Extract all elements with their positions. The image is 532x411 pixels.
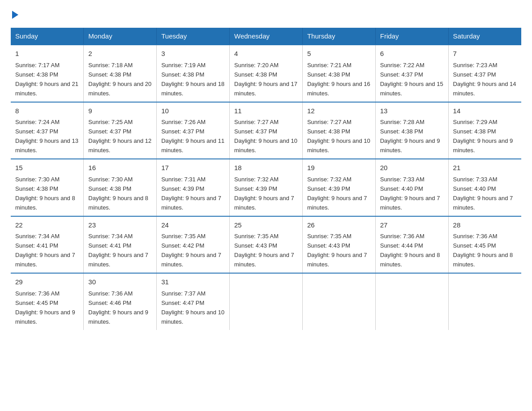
day-number: 1 [15,49,79,59]
day-number: 30 [88,277,152,287]
day-number: 21 [453,163,517,173]
calendar-cell: 10Sunrise: 7:26 AMSunset: 4:37 PMDayligh… [157,102,230,159]
day-number: 10 [161,106,225,116]
day-number: 25 [234,220,298,231]
calendar-cell: 30Sunrise: 7:36 AMSunset: 4:46 PMDayligh… [84,273,157,330]
day-info: Sunrise: 7:28 AMSunset: 4:38 PMDaylight:… [380,119,440,154]
week-row-5: 29Sunrise: 7:36 AMSunset: 4:45 PMDayligh… [11,273,521,330]
day-info: Sunrise: 7:27 AMSunset: 4:37 PMDaylight:… [234,119,297,154]
day-info: Sunrise: 7:29 AMSunset: 4:38 PMDaylight:… [453,119,513,154]
calendar-cell [375,273,448,330]
day-info: Sunrise: 7:32 AMSunset: 4:39 PMDaylight:… [307,176,367,211]
calendar-cell: 4Sunrise: 7:20 AMSunset: 4:38 PMDaylight… [230,45,303,102]
calendar-cell [230,273,303,330]
calendar-cell: 24Sunrise: 7:35 AMSunset: 4:42 PMDayligh… [157,216,230,274]
day-info: Sunrise: 7:32 AMSunset: 4:39 PMDaylight:… [234,176,294,211]
day-info: Sunrise: 7:30 AMSunset: 4:38 PMDaylight:… [15,176,75,211]
calendar-cell: 9Sunrise: 7:25 AMSunset: 4:37 PMDaylight… [84,102,157,159]
day-number: 18 [234,163,298,173]
day-info: Sunrise: 7:37 AMSunset: 4:47 PMDaylight:… [161,290,224,325]
day-number: 13 [380,106,444,116]
day-info: Sunrise: 7:24 AMSunset: 4:37 PMDaylight:… [15,119,78,154]
day-header-wednesday: Wednesday [230,28,303,45]
week-row-4: 22Sunrise: 7:34 AMSunset: 4:41 PMDayligh… [11,216,521,274]
calendar-cell: 25Sunrise: 7:35 AMSunset: 4:43 PMDayligh… [230,216,303,274]
day-info: Sunrise: 7:34 AMSunset: 4:41 PMDaylight:… [15,233,75,268]
calendar-cell [448,273,521,330]
day-number: 12 [307,106,371,116]
day-number: 28 [453,220,517,231]
calendar-cell: 11Sunrise: 7:27 AMSunset: 4:37 PMDayligh… [230,102,303,159]
day-info: Sunrise: 7:18 AMSunset: 4:38 PMDaylight:… [88,62,151,97]
calendar-header-row: SundayMondayTuesdayWednesdayThursdayFrid… [11,28,521,45]
day-header-sunday: Sunday [11,28,84,45]
day-number: 14 [453,106,517,116]
calendar-cell: 31Sunrise: 7:37 AMSunset: 4:47 PMDayligh… [157,273,230,330]
day-info: Sunrise: 7:21 AMSunset: 4:38 PMDaylight:… [307,62,370,97]
calendar-cell: 6Sunrise: 7:22 AMSunset: 4:37 PMDaylight… [375,45,448,102]
day-info: Sunrise: 7:36 AMSunset: 4:45 PMDaylight:… [453,233,513,268]
day-number: 4 [234,49,298,59]
day-info: Sunrise: 7:35 AMSunset: 4:43 PMDaylight:… [307,233,367,268]
calendar-cell: 5Sunrise: 7:21 AMSunset: 4:38 PMDaylight… [302,45,375,102]
day-header-monday: Monday [84,28,157,45]
calendar-cell: 22Sunrise: 7:34 AMSunset: 4:41 PMDayligh… [11,216,84,274]
calendar-table: SundayMondayTuesdayWednesdayThursdayFrid… [11,28,521,330]
day-info: Sunrise: 7:25 AMSunset: 4:37 PMDaylight:… [88,119,151,154]
day-number: 31 [161,277,225,287]
week-row-1: 1Sunrise: 7:17 AMSunset: 4:38 PMDaylight… [11,45,521,102]
calendar-cell: 17Sunrise: 7:31 AMSunset: 4:39 PMDayligh… [157,159,230,216]
day-number: 27 [380,220,444,231]
calendar-cell: 3Sunrise: 7:19 AMSunset: 4:38 PMDaylight… [157,45,230,102]
calendar-cell: 1Sunrise: 7:17 AMSunset: 4:38 PMDaylight… [11,45,84,102]
calendar-cell: 23Sunrise: 7:34 AMSunset: 4:41 PMDayligh… [84,216,157,274]
day-info: Sunrise: 7:35 AMSunset: 4:43 PMDaylight:… [234,233,294,268]
day-number: 2 [88,49,152,59]
calendar-cell: 13Sunrise: 7:28 AMSunset: 4:38 PMDayligh… [375,102,448,159]
calendar-cell: 7Sunrise: 7:23 AMSunset: 4:37 PMDaylight… [448,45,521,102]
day-info: Sunrise: 7:19 AMSunset: 4:38 PMDaylight:… [161,62,224,97]
day-info: Sunrise: 7:27 AMSunset: 4:38 PMDaylight:… [307,119,370,154]
calendar-cell: 19Sunrise: 7:32 AMSunset: 4:39 PMDayligh… [302,159,375,216]
day-info: Sunrise: 7:36 AMSunset: 4:45 PMDaylight:… [15,290,75,325]
calendar-cell: 20Sunrise: 7:33 AMSunset: 4:40 PMDayligh… [375,159,448,216]
day-number: 5 [307,49,371,59]
day-header-tuesday: Tuesday [157,28,230,45]
logo-arrow-icon [12,11,18,19]
day-number: 29 [15,277,79,287]
day-number: 16 [88,163,152,173]
calendar-cell: 8Sunrise: 7:24 AMSunset: 4:37 PMDaylight… [11,102,84,159]
calendar-cell: 14Sunrise: 7:29 AMSunset: 4:38 PMDayligh… [448,102,521,159]
calendar-cell: 28Sunrise: 7:36 AMSunset: 4:45 PMDayligh… [448,216,521,274]
day-info: Sunrise: 7:35 AMSunset: 4:42 PMDaylight:… [161,233,221,268]
day-number: 3 [161,49,225,59]
logo [11,11,18,19]
day-header-friday: Friday [375,28,448,45]
day-number: 26 [307,220,371,231]
day-number: 23 [88,220,152,231]
week-row-2: 8Sunrise: 7:24 AMSunset: 4:37 PMDaylight… [11,102,521,159]
day-info: Sunrise: 7:36 AMSunset: 4:44 PMDaylight:… [380,233,440,268]
day-info: Sunrise: 7:36 AMSunset: 4:46 PMDaylight:… [88,290,148,325]
day-info: Sunrise: 7:33 AMSunset: 4:40 PMDaylight:… [453,176,513,211]
day-number: 11 [234,106,298,116]
day-info: Sunrise: 7:33 AMSunset: 4:40 PMDaylight:… [380,176,440,211]
day-info: Sunrise: 7:23 AMSunset: 4:37 PMDaylight:… [453,62,516,97]
day-number: 17 [161,163,225,173]
calendar-cell: 29Sunrise: 7:36 AMSunset: 4:45 PMDayligh… [11,273,84,330]
day-info: Sunrise: 7:30 AMSunset: 4:38 PMDaylight:… [88,176,148,211]
page-header [11,11,521,19]
calendar-cell: 12Sunrise: 7:27 AMSunset: 4:38 PMDayligh… [302,102,375,159]
day-number: 19 [307,163,371,173]
day-info: Sunrise: 7:22 AMSunset: 4:37 PMDaylight:… [380,62,443,97]
day-number: 15 [15,163,79,173]
calendar-cell: 2Sunrise: 7:18 AMSunset: 4:38 PMDaylight… [84,45,157,102]
day-number: 24 [161,220,225,231]
calendar-cell: 15Sunrise: 7:30 AMSunset: 4:38 PMDayligh… [11,159,84,216]
calendar-cell: 27Sunrise: 7:36 AMSunset: 4:44 PMDayligh… [375,216,448,274]
day-number: 6 [380,49,444,59]
day-info: Sunrise: 7:20 AMSunset: 4:38 PMDaylight:… [234,62,297,97]
day-header-saturday: Saturday [448,28,521,45]
day-info: Sunrise: 7:34 AMSunset: 4:41 PMDaylight:… [88,233,148,268]
calendar-cell: 21Sunrise: 7:33 AMSunset: 4:40 PMDayligh… [448,159,521,216]
